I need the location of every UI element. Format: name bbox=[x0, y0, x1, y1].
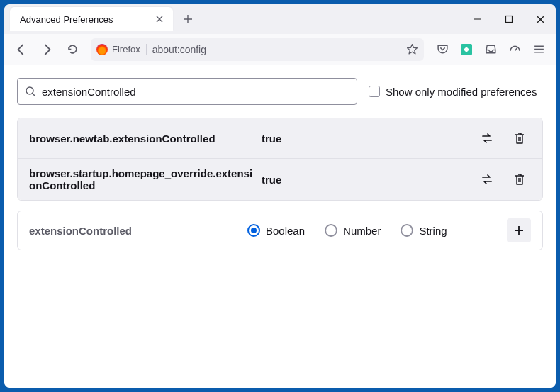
forward-button[interactable] bbox=[35, 38, 58, 61]
plus-icon bbox=[513, 225, 525, 236]
search-box[interactable] bbox=[17, 78, 357, 105]
extension-icon[interactable] bbox=[455, 38, 478, 61]
type-radio-group: Boolean Number String bbox=[247, 224, 507, 237]
radio-number[interactable]: Number bbox=[325, 224, 381, 237]
browser-window: Advanced Preferences bbox=[4, 4, 556, 388]
close-window-button[interactable] bbox=[525, 4, 556, 34]
new-tab-button[interactable] bbox=[177, 9, 198, 30]
titlebar: Advanced Preferences bbox=[4, 4, 556, 34]
radio-icon bbox=[247, 224, 260, 237]
identity-box[interactable]: Firefox bbox=[96, 44, 147, 55]
menu-icon[interactable] bbox=[527, 38, 550, 61]
delete-icon[interactable] bbox=[508, 127, 531, 150]
search-icon bbox=[25, 86, 36, 97]
pref-name: browser.newtab.extensionControlled bbox=[29, 133, 256, 145]
toolbar-right bbox=[431, 38, 550, 61]
toggle-icon[interactable] bbox=[476, 168, 498, 191]
svg-point-1 bbox=[26, 87, 33, 94]
active-tab[interactable]: Advanced Preferences bbox=[10, 7, 173, 31]
radio-string[interactable]: String bbox=[401, 224, 447, 237]
dashboard-icon[interactable] bbox=[503, 38, 526, 61]
inbox-icon[interactable] bbox=[479, 38, 502, 61]
add-pref-name: extensionControlled bbox=[29, 225, 247, 237]
navbar: Firefox about:config bbox=[4, 34, 556, 65]
table-row: browser.newtab.extensionControlled true bbox=[18, 118, 542, 159]
radio-boolean[interactable]: Boolean bbox=[247, 224, 305, 237]
show-modified-checkbox-row[interactable]: Show only modified preferences bbox=[369, 86, 537, 98]
window-controls bbox=[462, 4, 556, 34]
back-button[interactable] bbox=[10, 38, 33, 61]
pref-name: browser.startup.homepage_override.extens… bbox=[29, 167, 256, 191]
reload-button[interactable] bbox=[61, 38, 84, 61]
delete-icon[interactable] bbox=[508, 168, 531, 191]
identity-label: Firefox bbox=[112, 44, 140, 55]
svg-rect-0 bbox=[506, 16, 513, 23]
radio-icon bbox=[401, 224, 413, 237]
radio-label: String bbox=[419, 225, 447, 237]
pref-value: true bbox=[256, 174, 476, 186]
tab-title: Advanced Preferences bbox=[20, 14, 147, 25]
about-config-content: Show only modified preferences browser.n… bbox=[4, 65, 556, 388]
radio-icon bbox=[325, 224, 337, 237]
url-text: about:config bbox=[152, 44, 401, 55]
bookmark-star-icon[interactable] bbox=[406, 43, 418, 55]
show-modified-label: Show only modified preferences bbox=[386, 86, 537, 98]
minimize-button[interactable] bbox=[462, 4, 493, 34]
url-bar[interactable]: Firefox about:config bbox=[91, 38, 424, 61]
add-button[interactable] bbox=[507, 218, 531, 242]
close-tab-icon[interactable] bbox=[153, 13, 166, 26]
pref-value: true bbox=[256, 133, 476, 145]
toggle-icon[interactable] bbox=[476, 127, 498, 150]
pref-actions bbox=[476, 127, 531, 150]
radio-label: Boolean bbox=[266, 225, 305, 237]
search-input[interactable] bbox=[42, 86, 349, 98]
firefox-icon bbox=[96, 44, 108, 55]
search-row: Show only modified preferences bbox=[17, 78, 543, 105]
table-row: browser.startup.homepage_override.extens… bbox=[18, 159, 542, 200]
pocket-icon[interactable] bbox=[431, 38, 454, 61]
radio-label: Number bbox=[343, 225, 381, 237]
add-pref-row: extensionControlled Boolean Number Strin… bbox=[17, 211, 543, 250]
pref-actions bbox=[476, 168, 531, 191]
maximize-button[interactable] bbox=[493, 4, 525, 34]
pref-table: browser.newtab.extensionControlled true … bbox=[17, 118, 543, 201]
show-modified-checkbox[interactable] bbox=[369, 86, 380, 97]
